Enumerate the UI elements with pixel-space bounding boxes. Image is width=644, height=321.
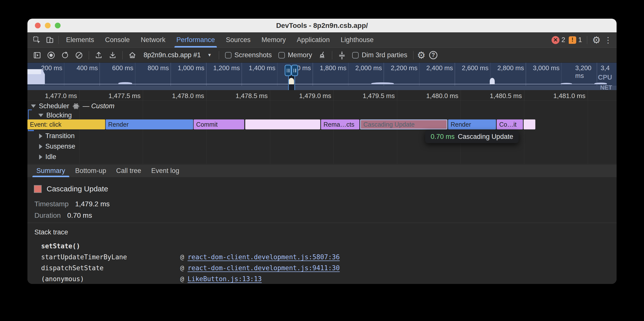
help-button[interactable]: ? [427, 49, 440, 61]
tab-performance[interactable]: Performance [171, 32, 220, 47]
kebab-menu-icon: ⋮ [604, 36, 612, 44]
device-toolbar-icon [45, 36, 54, 44]
checkbox-box [278, 52, 285, 58]
clear-button[interactable] [73, 49, 85, 61]
tab-summary[interactable]: Summary [32, 164, 70, 177]
flame-bar-render[interactable]: Render [106, 120, 193, 129]
record-and-reload-button[interactable] [59, 49, 71, 61]
ruler-tick [334, 90, 334, 101]
frame-source-link[interactable]: react-dom-client.development.js:5807:36 [188, 253, 340, 261]
performance-toolbar: 8p2n9n.csb.app #1 ▼ Screenshots Memory [28, 48, 616, 63]
clear-icon [74, 51, 84, 60]
cpu-activity-bump [371, 82, 394, 84]
dim-3rd-parties-label: Dim 3rd parties [362, 51, 407, 59]
stack-frame: (anonymous) @ LikeButton.js:13:13 [41, 275, 262, 283]
flame-bar[interactable] [245, 120, 320, 129]
selection-left-handle[interactable] [284, 65, 291, 76]
load-profile-button[interactable] [92, 49, 105, 61]
live-metrics-button[interactable] [126, 49, 138, 61]
track-suspense[interactable]: Suspense [39, 143, 75, 150]
stack-trace-heading: Stack trace [34, 228, 68, 236]
overview-tick-label: 800 ms [148, 64, 169, 72]
ruler-tick [79, 90, 80, 101]
chevron-down-icon: ▼ [207, 52, 212, 58]
network-lane [28, 86, 616, 90]
separator [122, 51, 122, 59]
tab-call-tree[interactable]: Call tree [111, 164, 146, 177]
tab-elements[interactable]: Elements [60, 32, 100, 47]
more-menu-button[interactable]: ⋮ [604, 36, 612, 44]
error-badge[interactable]: ✕ 2 [552, 36, 565, 44]
grid-line [397, 101, 397, 164]
download-icon [108, 51, 117, 60]
cpu-activity-baseline [28, 84, 597, 84]
titlebar: DevTools - 8p2n9n.csb.app/ [28, 19, 616, 32]
chevron-right-icon [39, 144, 42, 149]
record-button[interactable] [45, 49, 57, 61]
zoom-button[interactable] [55, 23, 60, 28]
tab-console[interactable]: Console [100, 32, 135, 47]
inspect-element-button[interactable] [30, 32, 43, 47]
flame-bar[interactable] [524, 120, 535, 129]
collect-garbage-button[interactable] [316, 49, 328, 61]
device-toolbar-button[interactable] [43, 32, 56, 47]
minimize-button[interactable] [45, 23, 50, 28]
track-transition[interactable]: Transition [39, 132, 75, 140]
overview-tick-label: 2,600 ms [462, 64, 488, 72]
tab-sources[interactable]: Sources [220, 32, 256, 47]
frame-at: @ [180, 264, 184, 272]
cpu-activity-bump [490, 78, 495, 84]
history-dropdown[interactable]: 8p2n9n.csb.app #1 ▼ [140, 51, 215, 59]
flame-bar-remaining-effects[interactable]: Rema…cts [321, 120, 360, 129]
chevron-right-icon [39, 155, 42, 160]
flame-chart[interactable]: Scheduler — Custom Blocking Event: click… [28, 101, 616, 164]
tab-bottom-up[interactable]: Bottom-up [70, 164, 112, 177]
issues-icon: ! [569, 36, 576, 44]
flame-bar-commit[interactable]: Co…it [497, 120, 523, 129]
screenshots-checkbox[interactable]: Screenshots [222, 51, 274, 59]
event-tooltip: 0.70 ms Cascading Update [425, 130, 519, 143]
grid-line [334, 101, 334, 164]
tab-lighthouse[interactable]: Lighthouse [335, 32, 379, 47]
track-idle[interactable]: Idle [39, 153, 56, 161]
flame-bar-event-click[interactable]: Event: click [28, 120, 105, 129]
close-button[interactable] [35, 23, 40, 28]
flame-bar-render[interactable]: Render [448, 120, 496, 129]
tab-event-log[interactable]: Event log [146, 164, 184, 177]
frame-source-link[interactable]: LikeButton.js:13:13 [188, 275, 262, 283]
grid-line [143, 101, 143, 164]
gear-icon: ⚙ [417, 50, 426, 60]
tab-network[interactable]: Network [135, 32, 171, 47]
ignore-listing-button[interactable] [336, 49, 348, 61]
overview-tick-label: 2,400 ms [426, 64, 453, 72]
separator [219, 51, 219, 59]
history-dropdown-value: 8p2n9n.csb.app #1 [144, 51, 201, 59]
flame-bar-commit[interactable]: Commit [194, 120, 244, 129]
memory-checkbox[interactable]: Memory [276, 51, 315, 59]
home-icon [128, 51, 137, 60]
ruler-label: 1,477.5 ms [108, 92, 140, 100]
settings-button[interactable]: ⚙ [592, 35, 601, 45]
issues-badge[interactable]: ! 1 [569, 36, 582, 44]
separator [332, 51, 332, 59]
tab-application[interactable]: Application [291, 32, 335, 47]
timeline-overview[interactable]: 200 ms 400 ms 600 ms 800 ms 1,000 ms 1,2… [28, 63, 616, 90]
save-profile-button[interactable] [106, 49, 119, 61]
toggle-sidebar-button[interactable] [31, 49, 43, 61]
idle-track-label: Idle [45, 153, 56, 161]
capture-settings-button[interactable]: ⚙ [417, 50, 426, 60]
overview-tick-label: 2,200 ms [391, 64, 418, 72]
scheduler-track-label: Scheduler [39, 102, 69, 110]
react-atom-icon [72, 103, 80, 110]
dim-3rd-parties-checkbox[interactable]: Dim 3rd parties [350, 51, 410, 59]
flame-bar-cascading-update[interactable]: Cascading Update [360, 120, 447, 129]
selection-right-handle[interactable] [291, 65, 298, 76]
track-blocking[interactable]: Blocking [38, 112, 72, 119]
frame-source-link[interactable]: react-dom-client.development.js:9411:30 [188, 264, 340, 272]
grid-line [206, 101, 206, 164]
checkbox-box [225, 52, 232, 58]
grid-line [524, 101, 524, 164]
tab-memory[interactable]: Memory [256, 32, 291, 47]
track-scheduler[interactable]: Scheduler — Custom [31, 102, 114, 110]
stack-frame: dispatchSetState @ react-dom-client.deve… [41, 264, 340, 272]
